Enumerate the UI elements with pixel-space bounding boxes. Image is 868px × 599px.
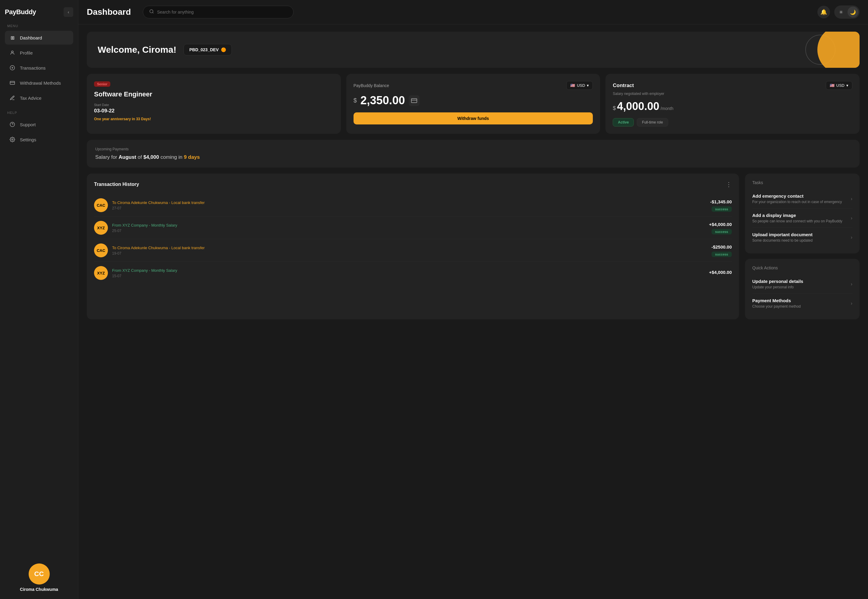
sidebar-item-label: Support [20, 122, 36, 127]
account-badge: PBD_023_DEV 🟠 [184, 44, 232, 56]
sidebar-item-label: Tax Advice [20, 95, 42, 101]
profile-icon [9, 50, 16, 56]
contract-period: /month [660, 106, 673, 111]
dashboard-icon: ⊞ [9, 35, 16, 41]
info-cards-row: Senior Software Engineer Start Date 03-0… [87, 74, 860, 134]
withdrawal-icon [9, 80, 16, 86]
svg-rect-4 [10, 81, 15, 85]
sidebar-item-withdrawal[interactable]: Withdrawal Methods [5, 76, 73, 90]
qa-content: Update personal details Update your pers… [752, 279, 803, 289]
transaction-date: 25-07 [112, 229, 705, 233]
chevron-down-icon: ▾ [846, 83, 848, 88]
qa-title-text: Payment Methods [752, 298, 801, 303]
withdraw-funds-button[interactable]: Withdraw funds [354, 112, 593, 125]
status-badge: success [711, 206, 732, 212]
svg-point-8 [12, 139, 13, 140]
task-title: Upload important document [752, 232, 812, 237]
task-title: Add emergency contact [752, 193, 842, 199]
task-title: Add a display image [752, 213, 842, 218]
contract-badges: Active Full-time role [613, 118, 852, 126]
sun-icon: ✳ [839, 9, 843, 15]
contract-amount: $ 4,000.00 /month [613, 100, 852, 113]
transaction-menu-button[interactable]: ⋮ [726, 181, 732, 188]
transaction-amount: +$4,000.00 [709, 270, 732, 275]
user-avatar: CC [29, 563, 50, 584]
dark-theme-button[interactable]: 🌙 [847, 7, 858, 18]
list-item[interactable]: Upload important document Some documents… [752, 228, 852, 247]
transaction-avatar: CAC [94, 198, 108, 212]
transaction-amount: -$2500.00 [711, 244, 732, 250]
list-item[interactable]: Add emergency contact For your organizat… [752, 189, 852, 209]
list-item[interactable]: Add a display image So people can know a… [752, 209, 852, 228]
main-content: Dashboard 🔔 ✳ 🌙 Welcome, Ciro [78, 0, 868, 599]
role-badge: Full-time role [637, 118, 668, 126]
chevron-left-icon: ‹ [68, 10, 69, 15]
upcoming-label: Upcoming Payments [95, 147, 851, 151]
welcome-greeting: Welcome, Ciroma! [98, 45, 176, 55]
sidebar-item-support[interactable]: Support [5, 117, 73, 131]
balance-title: PayBuddy Balance [354, 83, 389, 88]
welcome-banner: Welcome, Ciroma! PBD_023_DEV 🟠 [87, 32, 860, 68]
upcoming-payments: Upcoming Payments Salary for August of $… [87, 140, 860, 167]
transaction-name: From XYZ Company - Monthly Salary [112, 223, 705, 227]
sidebar-item-label: Transactions [20, 65, 45, 71]
svg-line-10 [152, 12, 154, 13]
sidebar-item-transactions[interactable]: Transactions [5, 61, 73, 75]
header: Dashboard 🔔 ✳ 🌙 [78, 0, 868, 24]
start-date-label: Start Date [94, 103, 334, 107]
chevron-down-icon: ▾ [587, 83, 589, 88]
sidebar-collapse-button[interactable]: ‹ [63, 7, 73, 17]
sidebar-item-dashboard[interactable]: ⊞ Dashboard [5, 31, 73, 45]
tasks-title: Tasks [752, 180, 852, 185]
sidebar-item-label: Dashboard [20, 35, 42, 41]
task-content: Add a display image So people can know a… [752, 213, 842, 223]
sidebar-item-tax[interactable]: Tax Advice [5, 91, 73, 105]
currency-label: USD [577, 83, 585, 88]
sidebar-item-label: Profile [20, 50, 33, 56]
contract-value: 4,000.00 [617, 100, 659, 113]
start-date-value: 03-09-22 [94, 108, 334, 114]
help-section-label: Help [5, 111, 73, 114]
job-card: Senior Software Engineer Start Date 03-0… [87, 74, 341, 134]
sidebar-item-settings[interactable]: Settings [5, 132, 73, 146]
menu-section-label: Menu [5, 24, 73, 28]
search-bar[interactable] [143, 6, 294, 18]
page-title: Dashboard [87, 7, 131, 17]
balance-amount: $ 2,350.00 [354, 94, 593, 107]
transaction-info: From XYZ Company - Monthly Salary 15-07 [112, 268, 705, 278]
qa-desc: Update your personal info [752, 285, 803, 289]
table-row: CAC To Ciroma Adekunle Chukwuma - Local … [94, 239, 732, 262]
chevron-right-icon: › [851, 281, 852, 287]
task-desc: For your organization to reach out in ca… [752, 200, 842, 204]
tax-icon [9, 95, 16, 101]
contract-header: Contract 🇺🇸 USD ▾ [613, 81, 852, 90]
list-item[interactable]: Update personal details Update your pers… [752, 274, 852, 294]
status-badge: success [711, 229, 732, 235]
qa-content: Payment Methods Choose your payment meth… [752, 298, 801, 309]
contract-currency-select[interactable]: 🇺🇸 USD ▾ [826, 81, 852, 90]
chevron-right-icon: › [851, 215, 852, 221]
moon-icon: 🌙 [850, 9, 856, 15]
user-name: Ciroma Chukwuma [20, 587, 58, 592]
job-title: Software Engineer [94, 90, 334, 98]
task-desc: Some documents need to be updated [752, 238, 812, 242]
contract-description: Salary negotiated with employer [613, 92, 852, 96]
active-badge: Active [613, 118, 634, 126]
search-input[interactable] [157, 10, 287, 15]
transaction-name: To Ciroma Adekunle Chukwuma - Local bank… [112, 200, 706, 205]
transaction-avatar: XYZ [94, 266, 108, 280]
notification-icon: 🔔 [820, 9, 827, 15]
task-desc: So people can know and connect with you … [752, 219, 842, 223]
list-item[interactable]: Payment Methods Choose your payment meth… [752, 294, 852, 313]
table-row: CAC To Ciroma Adekunle Chukwuma - Local … [94, 194, 732, 217]
balance-currency-select[interactable]: 🇺🇸 USD ▾ [566, 81, 593, 90]
transactions-icon [9, 65, 16, 71]
content-area: Welcome, Ciroma! PBD_023_DEV 🟠 Senior So… [78, 24, 868, 599]
sidebar-item-profile[interactable]: Profile [5, 46, 73, 60]
notification-button[interactable]: 🔔 [817, 6, 830, 18]
svg-point-0 [12, 51, 13, 53]
search-icon [149, 9, 154, 15]
light-theme-button[interactable]: ✳ [835, 7, 846, 18]
transaction-info: From XYZ Company - Monthly Salary 25-07 [112, 223, 705, 233]
right-panel: Tasks Add emergency contact For your org… [745, 173, 860, 319]
